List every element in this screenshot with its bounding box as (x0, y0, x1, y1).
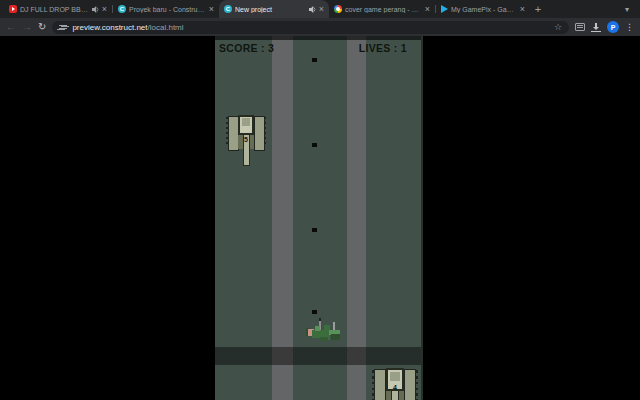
bullet (312, 58, 317, 62)
tab-strip: DJ FULL DROP BBHC JJ × C Proyek baru - C… (0, 0, 640, 18)
tab-title: cover game perang - Penelu (345, 6, 422, 13)
tab-title: DJ FULL DROP BBHC JJ (20, 6, 89, 13)
url-path: /local.html (148, 23, 184, 32)
game-canvas[interactable]: SCORE : 3 LIVES : 1 5 (215, 36, 423, 400)
soldier-sprite (300, 318, 344, 346)
tank-sprite-bottom: 4 (372, 367, 418, 400)
close-icon[interactable]: × (209, 5, 214, 14)
tank-health-label: 4 (372, 384, 418, 391)
construct-icon: C (224, 5, 232, 13)
close-icon[interactable]: × (520, 5, 525, 14)
new-tab-button[interactable]: + (530, 0, 546, 18)
close-icon[interactable]: × (102, 5, 107, 14)
youtube-icon (9, 5, 17, 13)
url-host: preview.construct.net (72, 23, 147, 32)
address-bar[interactable]: preview.construct.net/local.html ☆ (52, 21, 569, 34)
tab-title: Proyek baru - Construct 3 (129, 6, 206, 13)
road-stripe-left (272, 36, 293, 400)
bullet (312, 228, 317, 232)
tab-google-search[interactable]: cover game perang - Penelu × (329, 0, 435, 18)
forward-icon[interactable]: → (22, 22, 32, 32)
menu-dots-icon[interactable]: ⋮ (625, 22, 634, 32)
tab-search-chevron-icon[interactable]: ▾ (620, 2, 634, 16)
google-icon (334, 5, 342, 13)
close-icon[interactable]: × (425, 5, 430, 14)
tank-health-label: 5 (226, 136, 266, 143)
audio-speaker-icon[interactable] (92, 6, 99, 13)
tab-youtube[interactable]: DJ FULL DROP BBHC JJ × (4, 0, 112, 18)
page-content: SCORE : 3 LIVES : 1 5 (0, 36, 640, 400)
extension-icon[interactable] (575, 23, 585, 31)
download-icon[interactable] (591, 23, 601, 32)
construct-icon: C (118, 5, 126, 13)
reload-icon[interactable]: ↻ (38, 22, 46, 32)
site-settings-icon[interactable] (59, 24, 67, 31)
bullet (312, 143, 317, 147)
tab-gamepix[interactable]: My GamePix - Game solider × (436, 0, 530, 18)
bullet (312, 310, 317, 314)
tab-new-project-active[interactable]: C New project × (219, 0, 329, 18)
score-label: SCORE : 3 (219, 42, 274, 54)
tab-title: My GamePix - Game solider (451, 6, 517, 13)
tab-title: New project (235, 6, 306, 13)
url-text: preview.construct.net/local.html (72, 23, 549, 32)
tab-construct-editor[interactable]: C Proyek baru - Construct 3 × (113, 0, 219, 18)
lives-label: LIVES : 1 (359, 42, 407, 54)
tank-sprite-top: 5 (226, 114, 266, 167)
profile-avatar[interactable]: P (607, 21, 619, 33)
road-stripe-right (347, 36, 366, 400)
back-icon[interactable]: ← (6, 22, 16, 32)
bottom-dark-band (215, 347, 423, 365)
bookmark-star-icon[interactable]: ☆ (554, 22, 562, 32)
close-icon[interactable]: × (319, 5, 324, 14)
browser-toolbar: ← → ↻ preview.construct.net/local.html ☆… (0, 18, 640, 36)
audio-speaker-icon[interactable] (309, 6, 316, 13)
top-dark-band (215, 36, 423, 40)
gamepix-icon (441, 5, 448, 13)
